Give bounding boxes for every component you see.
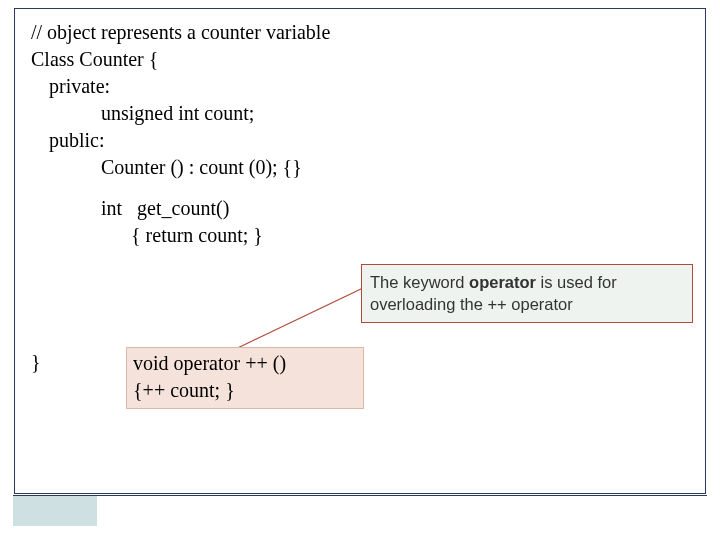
code-class-decl: Class Counter { xyxy=(31,46,689,73)
code-getcount-body: { return count; } xyxy=(31,222,689,249)
highlight-line2: {++ count; } xyxy=(133,377,357,404)
blank-line xyxy=(31,181,689,195)
code-public: public: xyxy=(31,127,689,154)
code-getcount-sig: int get_count() xyxy=(31,195,689,222)
callout-pre: The keyword xyxy=(370,273,469,291)
bottom-accent xyxy=(13,496,97,526)
slide-frame: // object represents a counter variable … xyxy=(14,8,706,494)
highlight-line1: void operator ++ () xyxy=(133,350,357,377)
callout-keyword: operator xyxy=(469,273,536,291)
code-ctor: Counter () : count (0); {} xyxy=(31,154,689,181)
callout-box: The keyword operator is used for overloa… xyxy=(361,264,693,323)
code-member: unsigned int count; xyxy=(31,100,689,127)
operator-overload-block: void operator ++ () {++ count; } xyxy=(126,347,364,409)
code-comment: // object represents a counter variable xyxy=(31,19,689,46)
bottom-rule xyxy=(13,495,707,496)
code-private: private: xyxy=(31,73,689,100)
